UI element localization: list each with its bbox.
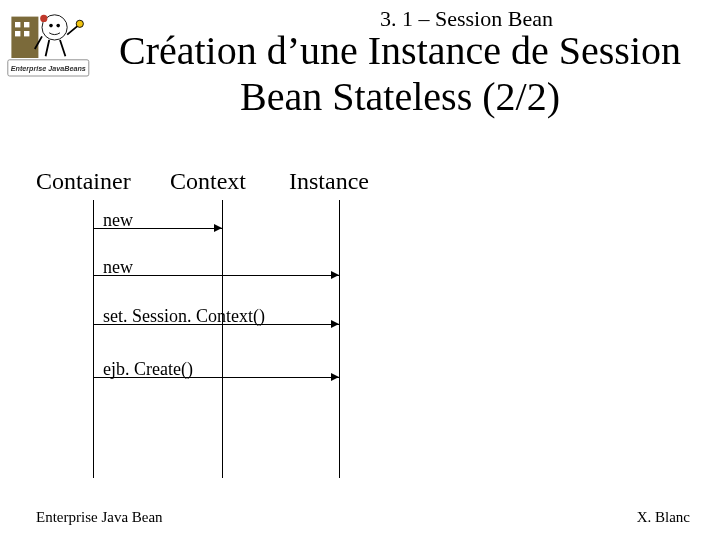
svg-rect-2 — [24, 22, 29, 27]
svg-rect-4 — [24, 31, 29, 36]
svg-point-8 — [40, 15, 47, 22]
lifeline-context — [222, 200, 223, 478]
lifeline-container — [93, 200, 94, 478]
lifeline-instance — [339, 200, 340, 478]
svg-point-6 — [49, 24, 53, 28]
lifeline-header-instance: Instance — [289, 168, 369, 195]
svg-rect-3 — [15, 31, 20, 36]
svg-text:Enterprise JavaBeans: Enterprise JavaBeans — [11, 64, 86, 73]
svg-point-9 — [76, 20, 83, 27]
svg-rect-1 — [15, 22, 20, 27]
ejb-logo: Enterprise JavaBeans — [6, 4, 96, 94]
svg-point-7 — [56, 24, 60, 28]
lifeline-header-container: Container — [36, 168, 131, 195]
lifeline-header-context: Context — [170, 168, 246, 195]
page-title: Création d’une Instance de Session Bean … — [100, 28, 700, 120]
footer-right: X. Blanc — [637, 509, 690, 526]
footer-left: Enterprise Java Bean — [36, 509, 163, 526]
